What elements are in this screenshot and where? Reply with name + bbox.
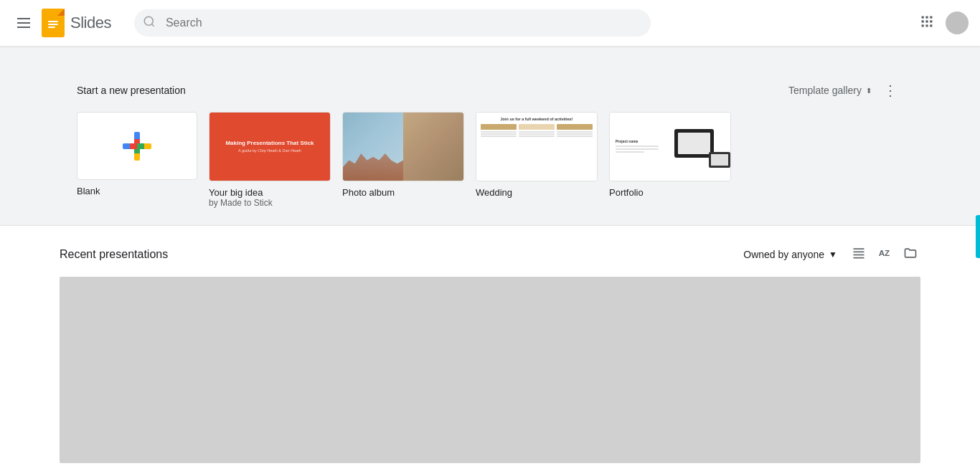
svg-rect-13 [854,254,864,256]
portfolio-monitor [674,129,714,158]
wedding-col-h2 [519,124,555,130]
sort-button[interactable]: AZ [875,243,895,265]
new-presentation-section: Start a new presentation Template galler… [77,80,903,225]
wedding-header-text: Join us for a full weekend of activities… [481,117,593,121]
photo-panel-warm [403,113,463,181]
recent-header: Recent presentations Owned by anyone ▼ [60,243,920,265]
template-label-portfolio: Portfolio [609,187,731,198]
svg-rect-2 [922,16,924,19]
svg-rect-14 [854,257,864,259]
portfolio-screen [678,133,710,154]
templates-row: Blank Making Presentations That Stick A … [77,112,903,208]
search-input[interactable] [134,9,651,37]
owned-by-button[interactable]: Owned by anyone ▼ [743,249,837,260]
search-bar [134,9,651,37]
chevron-up-down-icon: ⬍ [866,87,872,95]
svg-rect-8 [922,24,924,27]
chevron-down-icon: ▼ [829,249,837,260]
portfolio-text-area: Project name [616,139,674,154]
menu-button[interactable] [11,12,36,34]
big-idea-title-text: Making Presentations That Stick [225,140,314,147]
svg-rect-7 [930,20,932,22]
folder-button[interactable] [900,243,920,265]
svg-rect-11 [854,248,864,249]
svg-point-0 [144,16,153,25]
google-apps-icon[interactable] [914,9,940,37]
scroll-indicator[interactable] [976,215,980,258]
view-icons: AZ [849,243,920,265]
template-portfolio[interactable]: Project name [609,112,731,208]
blank-template-thumb [77,112,197,180]
recent-title: Recent presentations [60,248,168,261]
template-label-photo-album: Photo album [342,187,464,198]
wedding-col-h3 [557,124,593,130]
wedding-columns [481,124,593,138]
svg-rect-9 [925,24,928,27]
template-label-blank: Blank [77,186,197,196]
portfolio-devices [674,129,725,165]
svg-rect-12 [854,252,864,253]
search-icon [143,15,156,31]
recent-section: Recent presentations Owned by anyone ▼ [0,226,980,471]
svg-rect-3 [925,16,928,19]
template-photo-album[interactable]: Photo album [342,112,464,208]
portfolio-proj-name: Project name [616,139,674,143]
template-actions: Template gallery ⬍ ⋮ [788,80,903,100]
template-label-big-idea: Your big idea [209,187,331,198]
template-blank[interactable]: Blank [77,112,197,208]
svg-rect-4 [930,16,932,19]
header-right [914,9,969,37]
photo-album-thumb [342,112,464,181]
list-view-button[interactable] [849,243,869,265]
template-wedding[interactable]: Join us for a full weekend of activities… [476,112,598,208]
new-section-title: Start a new presentation [77,85,186,96]
slides-logo-icon [42,9,65,37]
template-label-wedding: Wedding [476,187,598,198]
big-idea-sub-text: A guide by Chip Heath & Dan Heath [225,148,314,153]
template-sublabel-big-idea: by Made to Stick [209,198,331,208]
wedding-thumb: Join us for a full weekend of activities… [476,112,598,181]
your-big-idea-thumb: Making Presentations That Stick A guide … [209,112,331,181]
portfolio-tablet [709,152,730,168]
template-gallery-button[interactable]: Template gallery ⬍ [788,85,872,96]
main-content: Start a new presentation Template galler… [60,63,920,225]
template-your-big-idea[interactable]: Making Presentations That Stick A guide … [209,112,331,208]
svg-rect-5 [922,20,924,22]
portfolio-tablet-screen [711,154,728,166]
svg-text:AZ: AZ [879,248,890,257]
recent-controls: Owned by anyone ▼ AZ [743,243,920,265]
plus-icon [123,132,151,161]
more-options-button[interactable]: ⋮ [877,80,903,100]
app-header: Slides [0,0,980,46]
svg-rect-10 [930,24,932,27]
portfolio-thumb-wrapper: Project name [609,112,731,181]
app-name-label: Slides [70,14,111,32]
wedding-col-h1 [481,124,517,130]
avatar[interactable] [946,11,969,34]
photo-panel-bridge [343,113,403,181]
recent-presentations-area [60,277,920,463]
new-section-header: Start a new presentation Template galler… [77,80,903,100]
logo-area: Slides [42,9,111,37]
svg-line-1 [151,24,154,26]
svg-rect-6 [925,20,928,22]
